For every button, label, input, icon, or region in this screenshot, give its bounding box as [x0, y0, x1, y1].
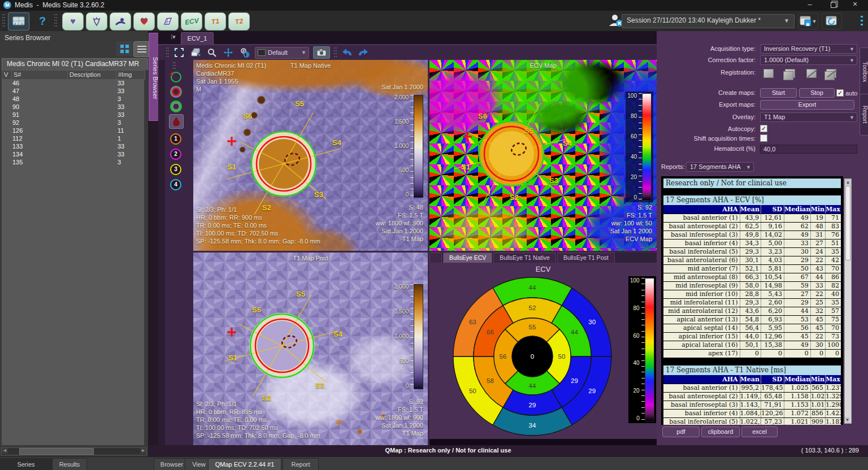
- help-button[interactable]: ?: [35, 12, 50, 29]
- scroll-right-icon[interactable]: ►: [140, 448, 146, 454]
- horizontal-scrollbar[interactable]: ◄ ►: [1, 447, 147, 455]
- column-header-v[interactable]: V: [2, 71, 12, 79]
- series-row[interactable]: 133 33: [2, 142, 144, 150]
- column-header-description[interactable]: Description: [68, 71, 116, 79]
- acquisition-type-select[interactable]: Inversion Recovery (T1)▼: [760, 44, 857, 54]
- scrollbar-thumb[interactable]: [19, 448, 94, 455]
- series-table-header[interactable]: V S# Description #Img: [2, 70, 145, 80]
- toolbar-grip[interactable]: [166, 47, 169, 58]
- blood-pool-tool-selected[interactable]: [169, 114, 184, 129]
- overflow-menu-icon[interactable]: [860, 15, 863, 26]
- auto-checkbox[interactable]: ✓: [836, 89, 844, 97]
- viewport-ecv-map[interactable]: S1 S2 S3 S4 S5 S6 ECV Map S: 92FS: 1.5 T…: [429, 60, 657, 251]
- tab-graph[interactable]: [429, 253, 442, 263]
- session-select[interactable]: Session 27/11/2020 13:40 Kayleigh Dukker…: [622, 14, 795, 28]
- series-row[interactable]: 48 3: [2, 95, 144, 103]
- toolbar-grip[interactable]: [2, 14, 5, 28]
- study-tab[interactable]: Medis Chronic MI 02 (T1) CardiacMR37 MR …: [2, 58, 148, 70]
- label-3-tool[interactable]: 3: [169, 163, 183, 176]
- restore-icon[interactable]: [824, 0, 843, 10]
- scrollbar-thumb[interactable]: [845, 186, 850, 260]
- app-qmass-button[interactable]: ♥: [62, 12, 84, 31]
- scroll-down-icon[interactable]: ▼: [845, 417, 850, 423]
- toolbar-grip[interactable]: [334, 47, 337, 58]
- app-qstrain-button[interactable]: [110, 12, 131, 31]
- viewport-t1-map-post[interactable]: S1 S2 S3 S4 S5 S6 T1 Map Post Sl: 2/3; P…: [193, 253, 428, 445]
- tab-report[interactable]: Report: [283, 458, 319, 470]
- series-row[interactable]: 112 1: [2, 134, 144, 142]
- tab-qmap-ecv[interactable]: QMap ECV 2.2.44 #1: [208, 458, 281, 470]
- app-ecv-button[interactable]: ECV: [181, 12, 202, 31]
- column-header-img[interactable]: #Img: [116, 71, 145, 79]
- close-icon[interactable]: ×: [845, 0, 865, 10]
- series-row[interactable]: 90 33: [2, 103, 144, 111]
- toolbar-grip[interactable]: [54, 14, 57, 28]
- tab-ecv1[interactable]: ECV_1: [181, 32, 214, 45]
- series-row[interactable]: 91 33: [2, 111, 144, 119]
- app-t2-button[interactable]: T2: [228, 12, 250, 31]
- registration-all-diagonal-button[interactable]: [823, 67, 840, 80]
- app-strainmap-button[interactable]: [157, 12, 179, 31]
- shift-times-checkbox[interactable]: [760, 134, 767, 142]
- minimize-icon[interactable]: –: [800, 0, 819, 10]
- series-row[interactable]: 46 33: [2, 79, 144, 87]
- epi-contour-tool[interactable]: [169, 99, 183, 113]
- list-view-button[interactable]: [133, 41, 150, 57]
- grid-view-button[interactable]: [116, 41, 132, 56]
- undo-button[interactable]: [341, 47, 353, 58]
- excel-button[interactable]: excel: [741, 427, 778, 437]
- series-row[interactable]: 134 33: [2, 150, 144, 158]
- layout-button[interactable]: [8, 12, 29, 31]
- scroll-left-icon[interactable]: ◄: [2, 448, 8, 454]
- correction-factor-select[interactable]: 1.0000 (Default)▼: [760, 55, 857, 65]
- snapshot-button[interactable]: [313, 46, 330, 59]
- label-2-tool[interactable]: 2: [169, 147, 183, 161]
- stop-button[interactable]: Stop: [799, 88, 835, 98]
- clipboard-button[interactable]: clipboard: [701, 427, 740, 437]
- endo-contour-tool[interactable]: [169, 85, 183, 98]
- report-side-tab[interactable]: Report: [860, 94, 868, 136]
- tab-bullseye-ecv[interactable]: BullsEye ECV: [443, 253, 492, 263]
- save-session-button[interactable]: ▼: [798, 13, 818, 29]
- hematocrit-input[interactable]: 40,0: [760, 145, 857, 154]
- draw-contour-tool[interactable]: +: [169, 70, 183, 84]
- viewport-t1-map-native[interactable]: S1 S2 S3 S4 S5 S6 Medis Chronic MI 02 (T…: [193, 60, 428, 251]
- stack-button[interactable]: [189, 47, 202, 58]
- tab-menu-icon[interactable]: ⁞▾: [171, 33, 176, 41]
- autocopy-checkbox[interactable]: ✓: [760, 125, 767, 132]
- tab-bullseye-t1-post[interactable]: BullsEye T1 Post: [557, 253, 615, 263]
- fit-to-view-button[interactable]: [173, 47, 185, 58]
- toolbar-grip[interactable]: [173, 62, 176, 69]
- redo-button[interactable]: [357, 47, 370, 58]
- app-t1-button[interactable]: T1: [205, 12, 226, 31]
- scroll-up-icon[interactable]: ▲: [845, 179, 851, 185]
- label-1-tool[interactable]: 1: [169, 132, 183, 146]
- overlay-select[interactable]: T1 Map▼: [760, 112, 857, 122]
- registration-diagonal-button[interactable]: [803, 67, 820, 80]
- report-scrollbar[interactable]: ▲ ▼: [844, 179, 852, 424]
- registration-all-button[interactable]: [782, 67, 798, 80]
- series-row[interactable]: 135 3: [2, 158, 144, 166]
- tab-bullseye-t1-native[interactable]: BullsEye T1 Native: [493, 253, 556, 263]
- registration-none-button[interactable]: [760, 67, 777, 80]
- pan-button[interactable]: [222, 47, 235, 58]
- series-row[interactable]: 47 33: [2, 87, 144, 95]
- column-header-s[interactable]: S#: [12, 71, 68, 79]
- preset-select[interactable]: Default ▼: [255, 47, 309, 59]
- app-qflow-button[interactable]: [86, 12, 107, 31]
- export-button[interactable]: Export: [760, 100, 854, 110]
- zoom-button[interactable]: [206, 47, 218, 58]
- label-4-tool[interactable]: 4: [169, 178, 183, 192]
- viewport-bullseye-analysis[interactable]: BullsEye ECV BullsEye T1 Native BullsEye…: [429, 253, 657, 445]
- tab-series-browser[interactable]: Series Browser: [0, 458, 52, 470]
- window-level-button[interactable]: [238, 47, 251, 58]
- toolbox-side-tab[interactable]: Toolbox: [860, 47, 868, 96]
- reports-select[interactable]: 17 Segments AHA▼: [686, 162, 754, 172]
- app-3dview-button[interactable]: [133, 12, 155, 31]
- start-button[interactable]: Start: [760, 88, 797, 98]
- reset-layout-button[interactable]: [822, 13, 842, 29]
- pdf-button[interactable]: pdf: [662, 427, 700, 437]
- series-row[interactable]: 126 11: [2, 127, 144, 134]
- series-row[interactable]: 92 3: [2, 119, 144, 127]
- tab-results[interactable]: Results: [52, 458, 87, 470]
